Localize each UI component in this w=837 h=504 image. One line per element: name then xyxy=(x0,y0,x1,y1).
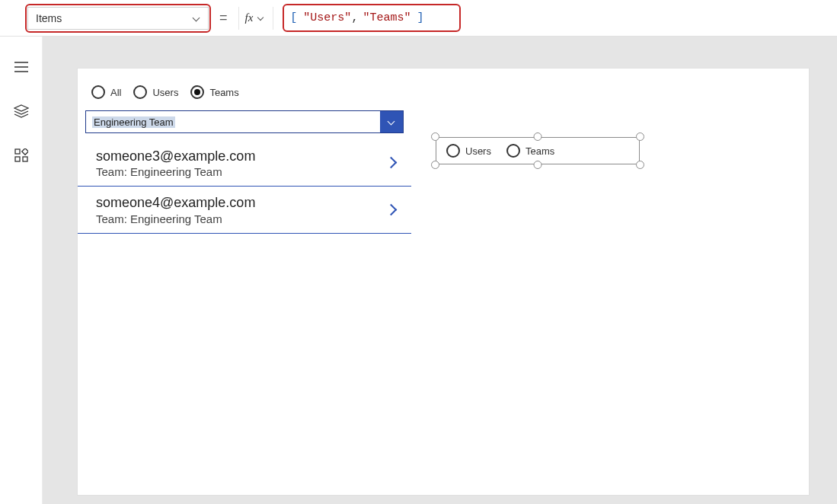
list-item-secondary: Team: Engineering Team xyxy=(96,165,255,178)
results-list: someone3@example.com Team: Engineering T… xyxy=(78,140,411,234)
chevron-down-icon xyxy=(193,14,200,22)
radio-users[interactable]: Users xyxy=(446,144,491,158)
radio-label: Users xyxy=(152,87,178,98)
radio-label: Teams xyxy=(526,145,554,157)
left-rail xyxy=(0,37,43,504)
svg-rect-3 xyxy=(21,148,27,155)
property-name: Items xyxy=(36,12,62,24)
fx-icon: fx xyxy=(245,11,254,24)
radio-icon xyxy=(91,85,105,99)
chevron-right-icon xyxy=(385,204,398,216)
radio-teams[interactable]: Teams xyxy=(506,144,554,158)
filter-radio-group: All Users Teams xyxy=(91,85,244,99)
list-item-secondary: Team: Engineering Team xyxy=(96,212,255,225)
dropdown-value: Engineering Team xyxy=(86,115,380,129)
app-screen[interactable]: All Users Teams Engineering Team xyxy=(78,69,809,495)
resize-handle[interactable] xyxy=(636,132,644,141)
formula-input[interactable]: [ "Users" , "Teams" ] xyxy=(281,7,829,30)
radio-teams[interactable]: Teams xyxy=(190,85,238,99)
apps-icon[interactable] xyxy=(12,146,30,164)
list-item-primary: someone3@example.com xyxy=(96,148,255,165)
radio-icon xyxy=(133,85,147,99)
radio-label: Teams xyxy=(209,87,238,98)
team-dropdown[interactable]: Engineering Team xyxy=(85,110,404,133)
equals-label: = xyxy=(216,10,231,26)
chevron-right-icon xyxy=(385,157,398,169)
chevron-down-icon xyxy=(257,14,265,22)
token-string: "Users" xyxy=(303,11,351,24)
radio-users[interactable]: Users xyxy=(133,85,178,99)
fx-button[interactable]: fx xyxy=(238,7,274,30)
list-item-texts: someone4@example.com Team: Engineering T… xyxy=(96,194,255,225)
svg-rect-2 xyxy=(23,157,27,161)
chevron-down-icon xyxy=(388,118,395,126)
canvas-area[interactable]: All Users Teams Engineering Team xyxy=(43,37,837,504)
formula-bar: Items = fx [ "Users" , "Teams" ] xyxy=(0,0,837,37)
resize-handle[interactable] xyxy=(534,161,542,169)
svg-rect-0 xyxy=(15,149,20,154)
layers-icon[interactable] xyxy=(12,102,30,120)
token-bracket: ] xyxy=(415,11,425,24)
radio-icon xyxy=(190,85,204,99)
radio-icon xyxy=(506,144,520,158)
resize-handle[interactable] xyxy=(636,161,644,169)
token-bracket: [ xyxy=(289,11,299,24)
svg-rect-1 xyxy=(15,157,20,161)
list-item[interactable]: someone3@example.com Team: Engineering T… xyxy=(78,140,411,187)
radio-label: Users xyxy=(465,145,491,157)
token-comma: , xyxy=(351,11,358,24)
resize-handle[interactable] xyxy=(431,132,439,141)
radio-label: All xyxy=(110,87,121,98)
radio-icon xyxy=(446,144,460,158)
resize-handle[interactable] xyxy=(431,161,439,169)
main: All Users Teams Engineering Team xyxy=(0,37,837,504)
resize-handle[interactable] xyxy=(534,132,542,141)
property-dropdown[interactable]: Items xyxy=(27,7,209,30)
list-item-texts: someone3@example.com Team: Engineering T… xyxy=(96,148,255,178)
token-string: "Teams" xyxy=(363,11,411,24)
hamburger-icon[interactable] xyxy=(12,58,30,76)
selected-control[interactable]: Users Teams xyxy=(430,131,646,171)
dropdown-button[interactable] xyxy=(380,111,403,132)
list-item-primary: someone4@example.com xyxy=(96,194,255,212)
formula-code: [ "Users" , "Teams" ] xyxy=(286,10,428,26)
radio-all[interactable]: All xyxy=(91,85,121,99)
list-item[interactable]: someone4@example.com Team: Engineering T… xyxy=(78,187,411,233)
